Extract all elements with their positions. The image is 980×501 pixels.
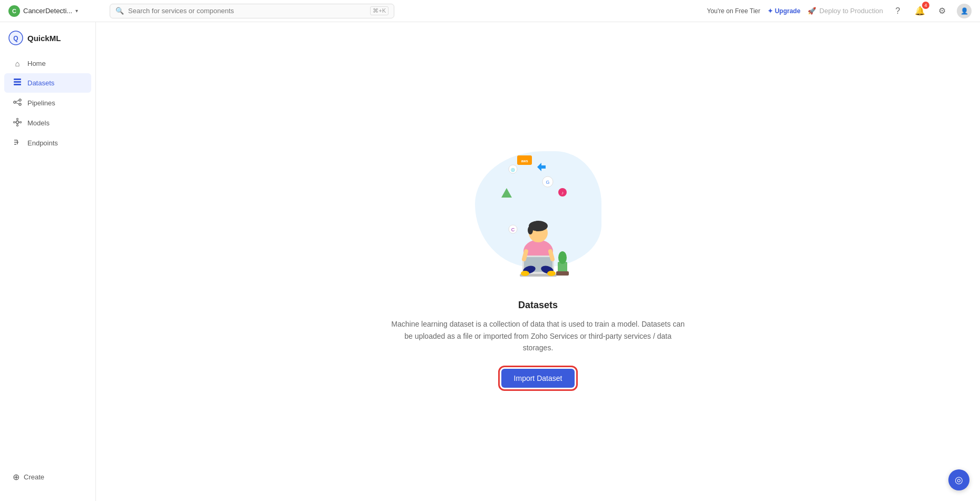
project-name: CancerDetecti... (23, 7, 72, 15)
topbar-right: You're on Free Tier ✦ Upgrade 🚀 Deploy t… (707, 4, 972, 18)
sidebar-nav: ⌂ Home Datasets Pipelines Models (0, 54, 95, 153)
rocket-icon: 🚀 (808, 7, 816, 15)
sidebar: Q QuickML ⌂ Home Datasets Pipelines (0, 22, 96, 501)
project-selector[interactable]: C CancerDetecti... ▾ (8, 5, 103, 17)
svg-point-5 (14, 101, 16, 103)
sidebar-item-endpoints-label: Endpoints (27, 139, 58, 147)
plus-circle-icon: ⊕ (13, 472, 20, 482)
sidebar-item-pipelines-label: Pipelines (27, 99, 55, 107)
svg-point-14 (20, 122, 22, 123)
svg-text:G: G (546, 180, 549, 185)
quickml-chat-button[interactable]: ◎ (948, 469, 969, 490)
svg-point-10 (16, 121, 19, 124)
chevron-down-icon: ▾ (75, 8, 78, 14)
sidebar-item-models-label: Models (27, 119, 50, 127)
svg-point-11 (17, 119, 18, 120)
datasets-icon (13, 78, 22, 88)
sidebar-item-home[interactable]: ⌂ Home (4, 54, 91, 73)
search-shortcut: ⌘+K (370, 6, 389, 15)
svg-line-8 (16, 101, 19, 102)
topbar: C CancerDetecti... ▾ 🔍 ⌘+K You're on Fre… (0, 0, 980, 22)
page-description: Machine learning dataset is a collection… (391, 318, 686, 353)
logo-row: Q QuickML (0, 31, 95, 54)
svg-point-13 (14, 122, 15, 123)
svg-point-45 (547, 271, 556, 276)
svg-rect-49 (556, 271, 569, 276)
notification-badge: 4 (922, 2, 929, 9)
deploy-button[interactable]: 🚀 Deploy to Production (808, 7, 883, 15)
chat-icon: ◎ (955, 474, 963, 486)
sidebar-item-pipelines[interactable]: Pipelines (4, 93, 91, 113)
sidebar-item-home-label: Home (27, 60, 46, 67)
svg-text:♪: ♪ (561, 190, 564, 195)
svg-point-7 (19, 103, 21, 105)
search-icon: 🔍 (115, 7, 124, 15)
user-avatar[interactable]: 👤 (957, 4, 972, 18)
svg-point-38 (528, 226, 533, 234)
svg-text:◎: ◎ (511, 167, 515, 172)
svg-text:aws: aws (521, 159, 528, 163)
settings-button[interactable]: ⚙ (935, 4, 949, 18)
svg-rect-2 (14, 78, 21, 80)
quickml-logo-icon: Q (8, 31, 23, 45)
sidebar-item-endpoints[interactable]: Endpoints (4, 133, 91, 153)
svg-line-47 (550, 251, 552, 259)
search-bar[interactable]: 🔍 ⌘+K (110, 4, 394, 18)
free-tier-label: You're on Free Tier (707, 7, 760, 15)
help-button[interactable]: ? (890, 4, 905, 18)
sidebar-item-models[interactable]: Models (4, 113, 91, 133)
svg-rect-3 (14, 81, 21, 83)
notifications-wrapper: 🔔 4 (913, 4, 927, 18)
svg-line-9 (16, 103, 19, 104)
sidebar-item-datasets-label: Datasets (27, 79, 54, 87)
endpoints-icon (13, 138, 22, 148)
svg-point-6 (19, 99, 21, 101)
svg-rect-4 (14, 84, 21, 85)
import-dataset-button[interactable]: Import Dataset (501, 369, 575, 388)
sidebar-item-datasets[interactable]: Datasets (4, 73, 91, 93)
pipelines-icon (13, 98, 22, 108)
svg-point-50 (558, 251, 567, 264)
svg-point-44 (521, 271, 529, 276)
home-icon: ⌂ (13, 59, 22, 68)
sidebar-bottom: ⊕ Create (0, 461, 95, 493)
search-input[interactable] (128, 7, 366, 15)
models-icon (13, 118, 22, 128)
svg-marker-32 (501, 188, 512, 198)
svg-text:Q: Q (13, 35, 18, 42)
main-content: aws G ♪ ◎ (96, 22, 980, 501)
create-button[interactable]: ⊕ Create (4, 468, 91, 486)
svg-line-46 (524, 251, 526, 259)
person-illustration (504, 199, 573, 278)
page-title: Datasets (518, 300, 558, 311)
layout: Q QuickML ⌂ Home Datasets Pipelines (0, 22, 980, 501)
logo-text: QuickML (27, 34, 61, 43)
illustration: aws G ♪ ◎ (459, 135, 617, 283)
svg-point-12 (17, 125, 18, 126)
upgrade-button[interactable]: ✦ Upgrade (768, 7, 800, 15)
svg-marker-25 (537, 163, 546, 171)
project-icon: C (8, 5, 20, 17)
